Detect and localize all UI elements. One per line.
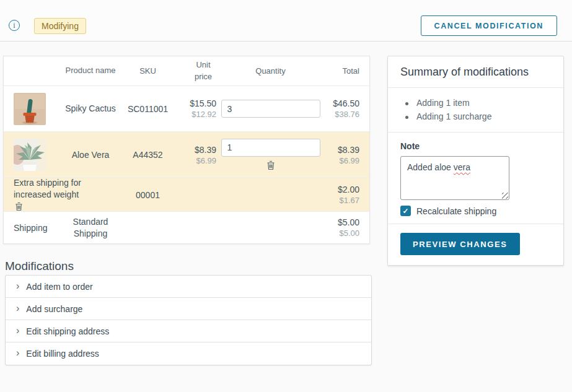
note-text: Added aloe	[407, 162, 451, 172]
surcharge-label: Extra shipping for increased weight	[14, 177, 119, 201]
status-badge: Modifying	[34, 18, 86, 34]
header-sku: SKU	[121, 66, 174, 76]
unit-price-cell: $15.50 $12.92	[174, 98, 216, 119]
summary-item: Adding 1 surcharge	[405, 110, 551, 123]
total: $2.00	[325, 185, 359, 194]
spiky-cactus-image	[14, 93, 46, 125]
aloe-vera-image	[14, 139, 46, 171]
cancel-modification-button[interactable]: CANCEL MODIFICATION	[421, 15, 557, 36]
accordion-add-item-to-order[interactable]: › Add item to order	[6, 276, 371, 298]
unit-price-secondary: $6.99	[174, 156, 216, 165]
table-row: Shipping Standard Shipping $5.00 $5.00	[4, 212, 369, 243]
shipping-row-label: Shipping	[4, 223, 59, 233]
product-sku: SC011001	[121, 104, 174, 114]
unit-price-secondary: $12.92	[174, 110, 216, 119]
info-icon[interactable]: i	[9, 20, 20, 31]
total-cell: $46.50 $38.76	[325, 98, 369, 119]
total-cell: $2.00 $1.67	[325, 185, 369, 205]
modifications-accordion: › Add item to order › Add surcharge › Ed…	[5, 275, 372, 365]
chevron-right-icon: ›	[16, 281, 19, 292]
chevron-right-icon: ›	[16, 325, 19, 336]
recalculate-shipping-label: Recalculate shipping	[416, 206, 496, 216]
total-secondary: $5.00	[325, 229, 359, 238]
header-total: Total	[325, 66, 369, 76]
surcharge-sku: 00001	[121, 190, 174, 200]
total: $46.50	[325, 98, 359, 108]
recalculate-shipping-checkbox[interactable]: ✓	[400, 206, 411, 216]
accordion-add-surcharge[interactable]: › Add surcharge	[6, 298, 371, 320]
total-cell: $5.00 $5.00	[325, 217, 369, 238]
quantity-input[interactable]	[221, 100, 320, 118]
note-text-misspelled: vera	[454, 162, 470, 172]
note-textarea[interactable]: Added aloe vera	[400, 156, 509, 200]
table-row: Aloe Vera A44352 $8.39 $6.99 $8.39 $6.9	[4, 132, 369, 178]
note-label: Note	[400, 141, 551, 151]
total: $5.00	[325, 217, 359, 227]
accordion-edit-billing-address[interactable]: › Edit billing address	[6, 342, 371, 365]
total-secondary: $1.67	[325, 196, 359, 205]
table-header-row: Product name SKU Unit price Quantity Tot…	[4, 56, 369, 86]
note-section: Note Added aloe vera ✓ Recalculate shipp…	[388, 133, 563, 224]
topbar: i Modifying CANCEL MODIFICATION	[0, 0, 572, 41]
table-row: Extra shipping for increased weight 0000…	[4, 178, 369, 212]
chevron-right-icon: ›	[16, 303, 19, 314]
summary-item: Adding 1 item	[405, 96, 551, 110]
unit-price: $15.50	[174, 98, 216, 108]
accordion-edit-shipping-address[interactable]: › Edit shipping address	[6, 320, 371, 342]
remove-item-trash-icon[interactable]	[265, 159, 276, 172]
preview-changes-button[interactable]: PREVIEW CHANGES	[400, 233, 520, 255]
chevron-right-icon: ›	[16, 347, 19, 359]
textarea-resize-handle[interactable]	[502, 193, 508, 199]
product-name: Spiky Cactus	[59, 103, 121, 114]
recalculate-shipping-row: ✓ Recalculate shipping	[400, 206, 551, 216]
shipping-method: Standard Shipping	[59, 216, 121, 238]
summary-list: Adding 1 item Adding 1 surcharge	[388, 88, 563, 133]
quantity-input[interactable]	[221, 139, 320, 157]
order-modification-page: i Modifying CANCEL MODIFICATION Product …	[0, 0, 572, 392]
total: $8.39	[325, 145, 359, 155]
product-sku: A44352	[121, 150, 174, 160]
remove-surcharge-trash-icon[interactable]	[14, 201, 24, 212]
table-row: Spiky Cactus SC011001 $15.50 $12.92 $46.…	[4, 86, 369, 132]
header-unit-price: Unit price	[174, 59, 216, 83]
unit-price: $8.39	[174, 145, 216, 155]
total-cell: $8.39 $6.99	[325, 145, 369, 165]
header-product-name: Product name	[59, 66, 121, 76]
header-quantity: Quantity	[216, 66, 325, 76]
summary-title: Summary of modifications	[388, 56, 563, 88]
product-name: Aloe Vera	[59, 149, 121, 160]
summary-of-modifications-card: Summary of modifications Adding 1 item A…	[387, 56, 564, 266]
total-secondary: $6.99	[325, 156, 359, 165]
order-items-table: Product name SKU Unit price Quantity Tot…	[3, 56, 370, 244]
total-secondary: $38.76	[325, 110, 359, 119]
unit-price-cell: $8.39 $6.99	[174, 145, 216, 165]
modifications-title: Modifications	[5, 259, 74, 273]
